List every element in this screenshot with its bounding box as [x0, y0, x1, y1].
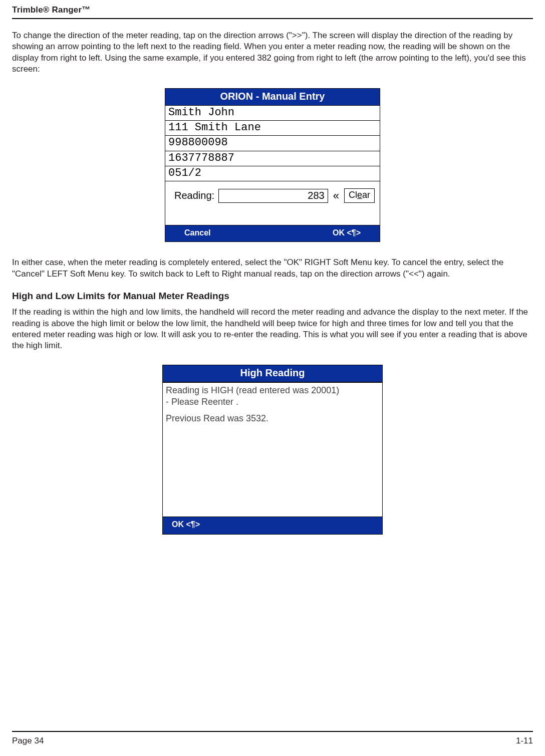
info-meter: 1637778887 [165, 151, 380, 166]
msg-line-1: Reading is HIGH (read entered was 20001) [166, 385, 379, 396]
direction-arrow-icon[interactable]: « [332, 189, 340, 202]
paragraph-intro: To change the direction of the meter rea… [12, 30, 533, 75]
section-heading: High and Low Limits for Manual Meter Rea… [12, 291, 533, 302]
window-title: ORION - Manual Entry [165, 89, 380, 106]
message-body: Reading is HIGH (read entered was 20001)… [163, 382, 382, 517]
window-title-high: High Reading [163, 365, 382, 382]
soft-key-ok[interactable]: OK <¶> [333, 228, 361, 237]
paragraph-after-fig1: In either case, when the meter reading i… [12, 257, 533, 280]
device-screen-high-reading: High Reading Reading is HIGH (read enter… [162, 365, 383, 535]
paragraph-limits: If the reading is within the high and lo… [12, 307, 533, 352]
clear-button[interactable]: Clear [344, 188, 375, 203]
info-address: 111 Smith Lane [165, 121, 380, 136]
reading-row: Reading: 283 « Clear [165, 181, 380, 225]
soft-key-cancel[interactable]: Cancel [184, 228, 210, 237]
info-name: Smith John [165, 106, 380, 121]
clear-prefix: Cl [349, 190, 357, 200]
footer-rule [12, 731, 533, 732]
doc-header: Trimble® Ranger™ [12, 5, 533, 15]
figure-manual-entry: ORION - Manual Entry Smith John 111 Smit… [12, 88, 533, 242]
info-route: 051/2 [165, 166, 380, 181]
msg-line-2: - Please Reenter . [166, 396, 379, 408]
info-account: 998800098 [165, 136, 380, 151]
reading-label: Reading: [170, 190, 214, 201]
device-screen-manual-entry: ORION - Manual Entry Smith John 111 Smit… [165, 88, 380, 242]
clear-suffix: ar [362, 190, 370, 200]
figure-high-reading: High Reading Reading is HIGH (read enter… [12, 365, 533, 535]
soft-key-bar: Cancel OK <¶> [165, 225, 380, 241]
soft-key-bar-high: OK <¶> [163, 517, 382, 534]
page-number-left: Page 34 [12, 736, 44, 746]
soft-key-ok-high[interactable]: OK <¶> [172, 520, 200, 529]
page-number-right: 1-11 [516, 736, 533, 746]
reading-input[interactable]: 283 [218, 189, 328, 203]
clear-accel: e [357, 190, 362, 200]
msg-line-3: Previous Read was 3532. [166, 413, 379, 424]
page-footer: Page 34 1-11 [12, 731, 533, 746]
